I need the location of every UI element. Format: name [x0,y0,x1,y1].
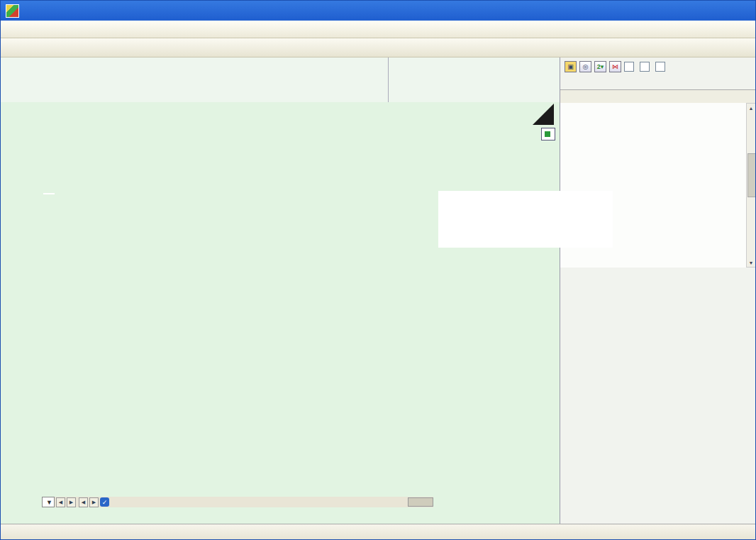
range-fwd2-button[interactable]: ▶ [89,497,99,507]
info-col-yield [212,57,316,102]
profile-scale [21,119,29,128]
panel-tabs [560,75,756,89]
tree-scroll-thumb[interactable] [747,153,756,197]
target-icon[interactable]: ◎ [579,61,591,72]
title-bar [1,1,755,21]
menu-bar [1,21,755,38]
tree-scrollbar[interactable]: ▲ ▼ [746,103,756,268]
chart-pane: ▼ ◀ ▶ ◀ ▶ ✓ [1,102,560,524]
scroll-up-icon[interactable]: ▲ [747,104,755,112]
info-col-caps [102,57,212,102]
info-tabs [390,57,558,70]
range-lock-toggle[interactable]: ✓ [100,497,109,507]
app-window: ▼ ◀ ▶ ◀ ▶ ✓ ▣ ◎ 2▾ ⋈ [0,0,756,540]
app-icon [6,4,19,18]
info-col-market [1,57,102,102]
hint-draw-settings [438,191,613,248]
info-col-per [316,57,388,102]
status-bar [1,524,756,540]
folder-icon[interactable]: ▣ [565,61,577,72]
price-volume-chart[interactable] [1,102,560,524]
range-back2-button[interactable]: ◀ [79,497,88,507]
minimize-button[interactable] [662,1,693,21]
main-toolbar [1,38,755,57]
range-back-button[interactable]: ◀ [56,497,65,507]
hint-indicator-settings [43,193,55,194]
range-fwd-button[interactable]: ▶ [67,497,76,507]
indicator-panel: ▣ ◎ 2▾ ⋈ ▲ ▼ [560,57,756,524]
no1-icon [545,131,550,137]
reverse-checkbox[interactable] [640,62,650,72]
optimize-checkbox[interactable] [624,62,634,72]
chart-nav-row: ▼ ◀ ▶ ◀ ▶ ✓ [42,497,433,507]
period-range-select[interactable]: ▼ [42,497,55,507]
h-scroll-thumb[interactable] [408,497,433,507]
refresh-2-icon[interactable]: 2▾ [594,61,606,72]
simulate-checkbox[interactable] [655,62,665,72]
corner-resize-icon[interactable] [533,104,554,125]
scroll-down-icon[interactable]: ▼ [747,258,755,267]
chart-no1-button[interactable] [541,128,555,140]
maximize-button[interactable] [693,1,724,21]
close-button[interactable] [724,1,755,21]
tree-column-headers [560,89,756,104]
link-chart-icon[interactable]: ⋈ [609,61,621,72]
info-feature-block [388,57,560,102]
panel-icon-row: ▣ ◎ 2▾ ⋈ [560,59,756,75]
stock-info-bar [1,57,560,103]
